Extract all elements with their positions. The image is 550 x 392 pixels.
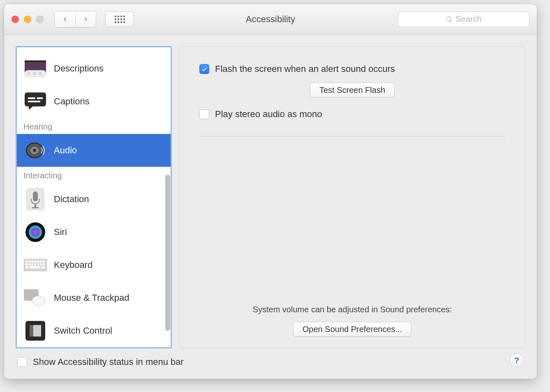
flash-screen-checkbox[interactable]	[199, 64, 209, 74]
svg-rect-16	[32, 207, 39, 208]
svg-rect-9	[28, 101, 40, 102]
show-status-checkbox[interactable]	[17, 357, 27, 367]
svg-rect-25	[40, 261, 42, 263]
search-placeholder: Search	[455, 14, 481, 24]
sidebar-item-captions[interactable]: Captions	[17, 85, 171, 118]
sidebar-item-label: Mouse & Trackpad	[54, 293, 129, 303]
keyboard-icon	[23, 253, 47, 277]
category-sidebar: Descriptions	[16, 46, 172, 348]
detail-pane: Flash the screen when an alert sound occ…	[179, 46, 525, 348]
sidebar-item-label: Descriptions	[54, 63, 104, 74]
search-icon	[446, 16, 453, 23]
switch-control-icon	[23, 319, 47, 343]
svg-point-5	[39, 72, 42, 75]
sidebar-item-keyboard[interactable]: Keyboard	[17, 249, 171, 281]
svg-rect-6	[25, 92, 46, 106]
window-title: Accessibility	[246, 14, 295, 25]
svg-rect-34	[25, 266, 28, 268]
forward-button[interactable]	[75, 12, 96, 27]
sidebar-item-label: Switch Control	[54, 325, 112, 336]
show-all-button[interactable]	[105, 12, 134, 27]
chevron-right-icon	[83, 16, 89, 22]
minimize-button[interactable]	[24, 16, 31, 23]
sidebar-item-mouse-trackpad[interactable]: Mouse & Trackpad	[17, 281, 171, 314]
help-icon: ?	[514, 356, 519, 365]
grid-icon	[115, 16, 125, 23]
sidebar-item-label: Dictation	[54, 194, 89, 205]
test-screen-flash-button[interactable]: Test Screen Flash	[310, 83, 395, 97]
svg-rect-27	[25, 263, 28, 265]
sidebar-scroll[interactable]: Descriptions	[17, 47, 171, 347]
svg-rect-35	[30, 266, 40, 268]
microphone-icon	[23, 187, 47, 211]
svg-point-38	[32, 296, 45, 306]
svg-rect-24	[37, 261, 39, 263]
volume-hint-text: System volume can be adjusted in Sound p…	[253, 305, 452, 314]
svg-rect-21	[28, 261, 30, 263]
close-button[interactable]	[12, 16, 19, 23]
window-controls	[12, 16, 44, 23]
divider	[199, 136, 505, 136]
svg-rect-36	[42, 266, 45, 268]
window-body: Descriptions	[4, 35, 537, 379]
sidebar-item-audio[interactable]: Audio	[17, 134, 171, 167]
mono-audio-checkbox[interactable]	[199, 109, 209, 119]
sidebar-group-interacting: Interacting	[17, 167, 171, 183]
mono-audio-label: Play stereo audio as mono	[215, 109, 322, 120]
svg-rect-14	[33, 191, 38, 201]
check-icon	[201, 66, 208, 72]
svg-rect-22	[31, 261, 33, 263]
svg-point-3	[27, 72, 30, 75]
mono-audio-row: Play stereo audio as mono	[199, 109, 505, 120]
detail-footer: System volume can be adjusted in Sound p…	[199, 305, 505, 337]
sidebar-item-label: Audio	[54, 145, 77, 156]
mouse-trackpad-icon	[23, 286, 47, 310]
captions-icon	[23, 90, 47, 113]
sidebar-scrollbar[interactable]	[165, 175, 171, 339]
sidebar-item-label: Keyboard	[54, 260, 92, 270]
svg-point-4	[33, 72, 36, 75]
descriptions-icon	[23, 57, 47, 81]
svg-rect-7	[28, 97, 35, 99]
nav-buttons	[54, 11, 96, 28]
svg-rect-29	[31, 263, 33, 265]
siri-icon	[23, 220, 47, 244]
speaker-icon	[23, 138, 47, 162]
svg-point-12	[33, 149, 36, 152]
svg-rect-15	[35, 204, 36, 207]
sidebar-item-label: Captions	[54, 96, 90, 107]
svg-rect-31	[37, 263, 39, 265]
sidebar-item-dictation[interactable]: Dictation	[17, 183, 171, 216]
panes: Descriptions	[16, 46, 525, 348]
flash-screen-row: Flash the screen when an alert sound occ…	[199, 64, 505, 74]
titlebar: Accessibility Search	[4, 4, 537, 35]
chevron-left-icon	[62, 16, 68, 22]
sidebar-group-hearing: Hearing	[17, 118, 171, 134]
svg-rect-33	[43, 263, 45, 265]
help-button[interactable]: ?	[510, 353, 524, 367]
svg-rect-1	[25, 60, 46, 62]
sidebar-item-descriptions[interactable]: Descriptions	[17, 52, 171, 85]
svg-rect-23	[34, 261, 36, 263]
flash-screen-label: Flash the screen when an alert sound occ…	[215, 64, 395, 74]
svg-rect-8	[37, 97, 43, 99]
back-button[interactable]	[55, 12, 75, 27]
sidebar-item-label: Siri	[54, 227, 67, 238]
search-input[interactable]: Search	[398, 12, 529, 27]
svg-rect-28	[28, 263, 30, 265]
svg-rect-41	[30, 325, 33, 337]
bottom-row: Show Accessibility status in menu bar ?	[16, 348, 525, 367]
sidebar-item-switch-control[interactable]: Switch Control	[17, 314, 171, 347]
svg-rect-32	[40, 263, 42, 265]
svg-rect-26	[43, 261, 45, 263]
show-status-label: Show Accessibility status in menu bar	[33, 357, 184, 367]
sidebar-item-siri[interactable]: Siri	[17, 216, 171, 249]
scrollbar-thumb[interactable]	[165, 175, 170, 331]
open-sound-preferences-button[interactable]: Open Sound Preferences...	[293, 322, 411, 337]
accessibility-preferences-window: Accessibility Search	[4, 4, 537, 379]
zoom-button[interactable]	[36, 16, 44, 23]
svg-rect-30	[34, 263, 36, 265]
svg-point-18	[29, 226, 42, 239]
svg-rect-20	[25, 261, 28, 263]
